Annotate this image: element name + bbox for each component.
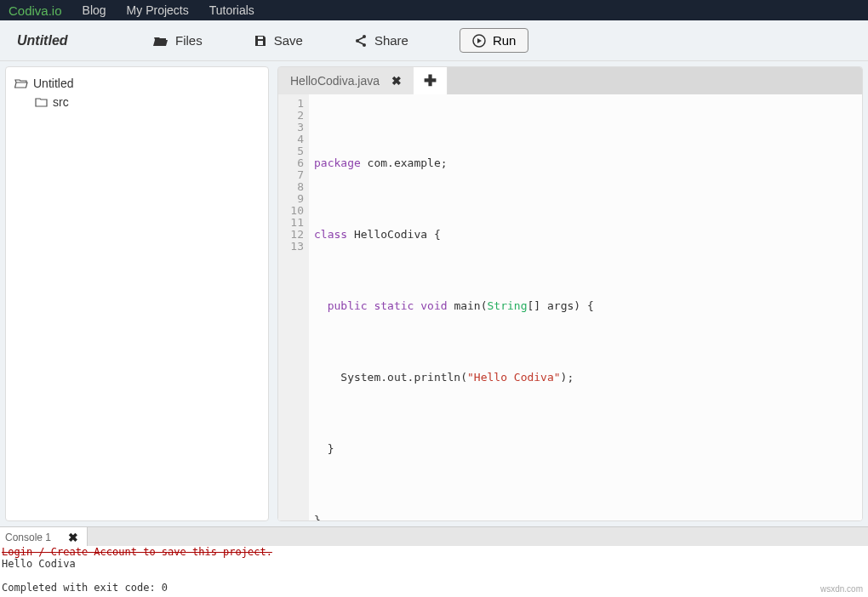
console-exit-line: Completed with exit code: 0 — [2, 582, 866, 594]
file-tree-panel: Untitled src — [5, 66, 269, 521]
run-button[interactable]: Run — [460, 28, 529, 53]
top-nav: Codiva.io Blog My Projects Tutorials — [0, 0, 868, 20]
close-icon[interactable]: ✖ — [391, 74, 402, 88]
tab-label: HelloCodiva.java — [290, 74, 380, 88]
share-icon — [354, 34, 368, 48]
tree-root-label: Untitled — [33, 77, 73, 90]
editor-tabs: HelloCodiva.java ✖ ✚ — [278, 67, 862, 94]
brand-logo[interactable]: Codiva.io — [9, 3, 62, 18]
console-tab[interactable]: Console 1 ✖ — [0, 527, 88, 546]
watermark: wsxdn.com — [820, 584, 863, 594]
folder-open-icon — [14, 78, 28, 89]
console-login-prompt: Login / Create Account to save this proj… — [2, 546, 866, 558]
console-tabs: Console 1 ✖ — [0, 527, 868, 546]
project-title[interactable]: Untitled — [17, 33, 102, 48]
editor-tab-file[interactable]: HelloCodiva.java ✖ — [278, 67, 414, 94]
run-label: Run — [493, 33, 517, 48]
code-editor[interactable]: 1 2 3 4 5 6 7 8 9 10 11 12 13 package co… — [278, 94, 862, 520]
share-label: Share — [374, 33, 408, 48]
share-button[interactable]: Share — [354, 33, 408, 48]
files-label: Files — [175, 33, 203, 48]
console-output[interactable]: Login / Create Account to save this proj… — [0, 546, 868, 597]
nav-link-my-projects[interactable]: My Projects — [127, 3, 189, 17]
console-output-line: Hello Codiva — [2, 558, 866, 570]
folder-icon — [35, 97, 48, 107]
toolbar: Untitled Files Save Share Run — [0, 20, 868, 61]
line-gutter: 1 2 3 4 5 6 7 8 9 10 11 12 13 — [278, 94, 309, 520]
add-tab-button[interactable]: ✚ — [414, 67, 448, 94]
play-icon — [472, 34, 486, 48]
save-icon — [254, 34, 267, 48]
console-tab-label: Console 1 — [5, 532, 51, 543]
close-icon[interactable]: ✖ — [68, 531, 78, 544]
main-area: Untitled src HelloCodiva.java ✖ ✚ 1 2 3 — [0, 61, 868, 526]
console-panel: Console 1 ✖ Login / Create Account to sa… — [0, 526, 868, 597]
editor-panel: HelloCodiva.java ✖ ✚ 1 2 3 4 5 6 7 8 9 1… — [277, 66, 863, 521]
save-button[interactable]: Save — [254, 33, 303, 48]
tree-folder-label: src — [53, 95, 69, 109]
folder-open-icon — [153, 35, 168, 47]
file-tree-root[interactable]: Untitled — [14, 74, 260, 93]
save-label: Save — [274, 33, 303, 48]
file-tree-folder-src[interactable]: src — [14, 93, 260, 111]
files-button[interactable]: Files — [153, 33, 203, 48]
plus-icon: ✚ — [424, 71, 437, 90]
nav-link-blog[interactable]: Blog — [83, 3, 106, 17]
nav-link-tutorials[interactable]: Tutorials — [209, 3, 254, 17]
code-content[interactable]: package com.example; class HelloCodiva {… — [309, 94, 862, 520]
